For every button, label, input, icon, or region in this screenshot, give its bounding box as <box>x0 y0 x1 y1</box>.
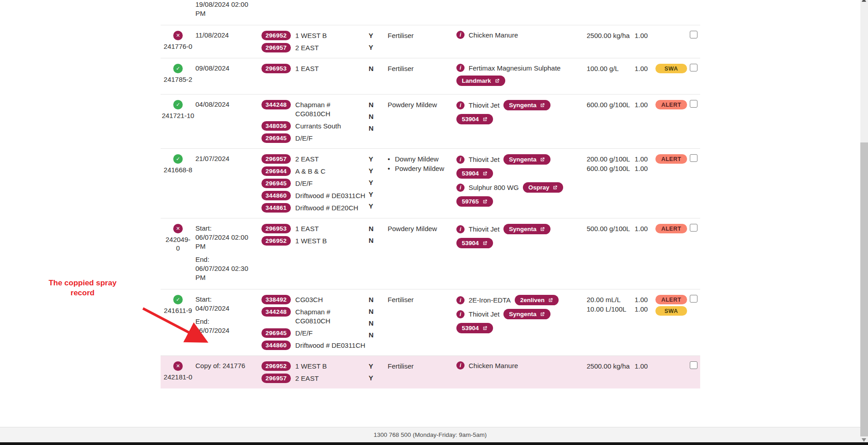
block-code-badge: 344860 <box>261 191 291 200</box>
date-text: Start: <box>195 224 255 233</box>
block-code-badge: 296953 <box>261 64 291 73</box>
vendor-link-badge[interactable]: Ospray <box>523 182 564 193</box>
block-code-badge: 296952 <box>261 31 291 40</box>
scrollbar[interactable] <box>860 0 868 442</box>
spray-record-row: ✓241721-1004/08/2024344248Chapman # CG08… <box>161 94 700 148</box>
target-item: Powdery Mildew <box>388 100 451 109</box>
factor-value: 1.00 <box>635 154 654 164</box>
date-text: 19/08/2024 02:00 PM <box>195 0 255 18</box>
block-name: 2 EAST <box>295 43 319 52</box>
alert-badge[interactable]: ALERT <box>655 100 687 109</box>
block-row: 2969572 EAST <box>261 374 369 383</box>
external-link-icon <box>540 103 545 108</box>
row-checkbox[interactable] <box>690 31 697 38</box>
product-code-link-badge[interactable]: 59765 <box>456 196 493 207</box>
target-item: Fertiliser <box>388 64 451 73</box>
badge-label: Syngenta <box>509 226 536 232</box>
info-icon[interactable]: i <box>456 184 465 192</box>
block-code-badge: 344860 <box>261 341 291 350</box>
alert-badge[interactable]: ALERT <box>655 154 687 164</box>
spray-flag: N <box>369 64 382 76</box>
external-link-icon <box>482 117 488 122</box>
block-name: D/E/F <box>295 133 313 143</box>
product-row: iFertimax Magnesium Sulphate <box>456 64 583 72</box>
block-row: 296944A & B & C <box>261 166 369 176</box>
annotation-text: The coppied spray record <box>36 278 129 298</box>
row-checkbox[interactable] <box>690 224 697 232</box>
spray-flag: N <box>369 224 382 236</box>
record-id: 241785-2 <box>164 75 192 84</box>
block-row: 2969572 EAST <box>261 43 369 52</box>
spray-table-body: 19/08/2024 02:00 PM✕241776-011/08/202429… <box>161 0 700 388</box>
block-name: A & B & C <box>295 166 326 176</box>
vendor-link-badge[interactable]: Syngenta <box>503 309 550 319</box>
vendor-link-badge[interactable]: Syngenta <box>503 100 550 110</box>
product-row: iSulphur 800 WGOspray <box>456 182 583 193</box>
rate-value: 200.00 g/100L <box>587 154 635 164</box>
row-checkbox[interactable] <box>690 295 697 303</box>
row-checkbox[interactable] <box>690 100 697 108</box>
block-row: 2969531 EAST <box>261 64 369 73</box>
product-name: Chicken Manure <box>469 31 518 39</box>
factor-value: 1.00 <box>635 64 654 73</box>
info-icon[interactable]: i <box>456 310 465 318</box>
info-icon[interactable]: i <box>456 156 465 164</box>
record-date-cell: 04/08/2024 <box>195 100 261 146</box>
row-checkbox[interactable] <box>690 64 697 71</box>
error-icon: ✕ <box>173 224 183 233</box>
date-text: Copy of: 241776 <box>195 361 255 370</box>
info-icon[interactable]: i <box>456 31 465 39</box>
product-row: iThiovit JetSyngenta <box>456 224 583 234</box>
scroll-down-button[interactable] <box>862 438 866 442</box>
factor-value: 1.00 <box>635 224 654 233</box>
info-icon[interactable]: i <box>456 64 465 72</box>
product-code-link-badge[interactable]: 53904 <box>456 323 493 333</box>
page: 19/08/2024 02:00 PM✕241776-011/08/202429… <box>0 0 868 445</box>
product-row: iThiovit JetSyngenta <box>456 309 583 319</box>
date-text: 11/08/2024 <box>195 31 255 40</box>
alert-badge[interactable]: ALERT <box>655 295 687 304</box>
badge-label: 53904 <box>462 325 479 331</box>
external-link-icon <box>552 185 558 190</box>
record-date-cell: Copy of: 241776 <box>195 361 261 386</box>
factor-value: 1.00 <box>635 304 654 314</box>
row-checkbox[interactable] <box>690 154 697 162</box>
external-link-icon <box>494 78 500 84</box>
block-name: D/E/F <box>295 328 313 338</box>
info-icon[interactable]: i <box>456 296 465 304</box>
alert-badge[interactable]: ALERT <box>655 224 687 233</box>
block-row: 296945D/E/F <box>261 179 369 188</box>
vendor-link-badge[interactable]: Syngenta <box>503 224 550 234</box>
info-icon[interactable]: i <box>456 361 465 369</box>
external-link-icon <box>482 171 488 176</box>
info-icon[interactable]: i <box>456 225 465 233</box>
block-row: 296945D/E/F <box>261 133 369 143</box>
badge-label: Syngenta <box>509 156 536 163</box>
spray-record-row: ✕242049- 0Start:06/07/2024 02:00 PMEnd:0… <box>161 218 700 289</box>
spray-record-row: ✓241785-209/08/20242969531 EASTNFertilis… <box>161 58 700 94</box>
badge-label: 53904 <box>462 116 479 123</box>
product-code-link-badge[interactable]: 53904 <box>456 168 493 179</box>
product-name: Thiovit Jet <box>469 156 499 163</box>
row-checkbox[interactable] <box>690 361 697 369</box>
spray-flag: Y <box>369 201 382 213</box>
product-code-link-badge[interactable]: 53904 <box>456 114 493 124</box>
vendor-link-badge[interactable]: Syngenta <box>503 154 550 165</box>
product-code-link-badge[interactable]: Landmark <box>456 76 505 86</box>
factor-value: 1.00 <box>635 295 654 304</box>
info-icon[interactable]: i <box>456 101 465 109</box>
vendor-link-badge[interactable]: 2enliven <box>515 295 559 305</box>
bullet-icon: • <box>388 154 391 164</box>
badge-label: 59765 <box>462 198 479 205</box>
scrollbar-thumb[interactable] <box>860 142 868 436</box>
scroll-up-button[interactable] <box>862 0 866 2</box>
swa-badge[interactable]: SWA <box>655 306 687 316</box>
record-date-cell: 21/07/2024 <box>195 154 261 215</box>
factor-value: 1.00 <box>635 361 654 371</box>
product-row: i2E-Iron-EDTA2enliven <box>456 295 583 305</box>
product-code-link-badge[interactable]: 53904 <box>456 238 493 248</box>
rate-value: 500.00 g/100L <box>587 224 635 233</box>
badge-label: 53904 <box>462 170 479 177</box>
record-date-cell: 11/08/2024 <box>195 31 261 55</box>
swa-badge[interactable]: SWA <box>655 64 687 73</box>
